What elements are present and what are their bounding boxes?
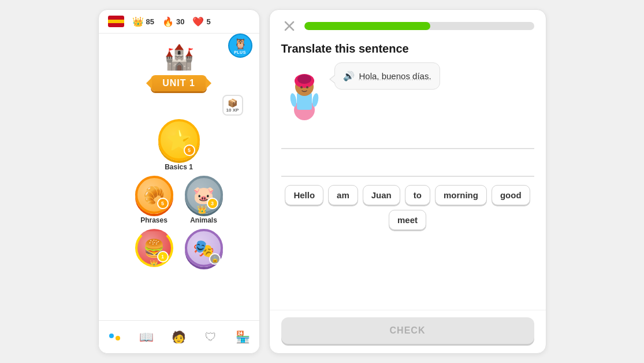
lesson-row-food-locked: 🍔 1 👑 🎭 🔒 (135, 229, 223, 267)
speech-text: Hola, buenos días. (359, 70, 431, 82)
character-svg (284, 62, 325, 120)
food-badge: 1 (157, 251, 169, 262)
left-panel: 👑 85 🔥 30 ❤️ 5 🦉 PLUS 🏰 UNIT 1 � (98, 9, 260, 354)
plus-badge[interactable]: 🦉 PLUS (228, 34, 252, 58)
nav-profile[interactable]: 🧑 (167, 327, 190, 347)
nav-shop[interactable]: 🏪 (232, 327, 255, 347)
x-icon (284, 21, 295, 31)
flag-stripe-top (108, 16, 124, 20)
word-chip-hello[interactable]: Hello (285, 185, 323, 205)
shield-icon: 🛡 (205, 331, 217, 344)
lesson-animals[interactable]: 🐷 3 👑 Animals (185, 176, 223, 224)
speech-bubble: 🔊 Hola, buenos días. (334, 62, 440, 90)
streak-stat: 🔥 30 (162, 16, 184, 27)
phrases-circle[interactable]: 🥐 5 (135, 176, 173, 214)
top-bar: 👑 85 🔥 30 ❤️ 5 (99, 10, 259, 34)
basics1-label: Basics 1 (165, 163, 193, 171)
home-dots-icon (109, 334, 120, 340)
unit-banner: UNIT 1 (151, 75, 207, 91)
lesson-food[interactable]: 🍔 1 👑 (135, 229, 173, 267)
heart-icon: ❤️ (192, 16, 204, 27)
flag-stripe-middle (108, 20, 124, 24)
animals-circle[interactable]: 🐷 3 👑 (185, 176, 223, 214)
character-figure (281, 62, 327, 120)
word-chip-morning[interactable]: morning (435, 185, 487, 205)
lesson-basics1[interactable]: ⭐ 5 Basics 1 (158, 119, 200, 171)
crown-stat: 👑 85 (132, 16, 154, 27)
svg-point-7 (300, 86, 303, 88)
close-button[interactable] (281, 18, 297, 34)
app-container: 👑 85 🔥 30 ❤️ 5 🦉 PLUS 🏰 UNIT 1 � (0, 0, 644, 363)
nav-lessons[interactable]: 📖 (135, 327, 158, 347)
crown-value: 85 (146, 17, 154, 26)
spanish-flag[interactable] (108, 16, 124, 27)
svg-point-8 (306, 86, 308, 88)
word-chip-good[interactable]: good (492, 185, 530, 205)
check-button[interactable]: CHECK (281, 317, 534, 344)
word-chip-am[interactable]: am (328, 185, 358, 205)
flag-stripe-bottom (108, 23, 124, 27)
animals-crown-icon: 👑 (197, 205, 210, 214)
crown-icon: 👑 (132, 16, 144, 27)
word-chip-meet[interactable]: meet (389, 210, 426, 230)
unit-label: UNIT 1 (162, 78, 195, 88)
locked-circle[interactable]: 🎭 🔒 (185, 229, 223, 267)
exercise-header (270, 10, 546, 40)
xp-label: 10 XP (226, 108, 239, 113)
plus-label: PLUS (234, 50, 246, 54)
basics1-circle[interactable]: ⭐ 5 (158, 119, 200, 161)
profile-icon: 🧑 (172, 330, 186, 344)
food-circle[interactable]: 🍔 1 👑 (135, 229, 173, 267)
food-crown-icon: 👑 (150, 259, 158, 267)
nav-shield[interactable]: 🛡 (199, 327, 222, 347)
speaker-icon[interactable]: 🔊 (343, 71, 355, 82)
speech-content: 🔊 Hola, buenos días. (343, 70, 431, 82)
animals-label: Animals (190, 216, 217, 224)
lesson-locked[interactable]: 🎭 🔒 (185, 229, 223, 267)
word-chip-juan[interactable]: Juan (363, 185, 400, 205)
word-bank: Hello am Juan to morning good meet (270, 185, 546, 230)
lesson-row-phrases-animals: 🥐 5 Phrases 🐷 3 👑 Animals (135, 176, 223, 224)
svg-point-6 (297, 75, 311, 84)
progress-bar-fill (304, 22, 431, 30)
dot-blue (109, 334, 114, 338)
streak-value: 30 (176, 17, 184, 26)
lessons-area: ⭐ 5 Basics 1 🥐 5 Phrases 🐷 3 (99, 116, 259, 320)
lock-badge: 🔒 (209, 253, 221, 265)
fire-icon: 🔥 (162, 16, 174, 27)
nav-home[interactable] (103, 327, 126, 347)
dot-yellow (116, 336, 120, 340)
word-chip-to[interactable]: to (405, 185, 430, 205)
answer-line-1[interactable] (281, 127, 534, 149)
hearts-value: 5 (206, 17, 210, 26)
basics1-badge: 5 (184, 145, 195, 156)
exercise-title: Translate this sentence (270, 40, 546, 62)
hearts-stat: ❤️ 5 (192, 16, 210, 27)
phrases-label: Phrases (140, 216, 167, 224)
bottom-nav: 📖 🧑 🛡 🏪 (99, 320, 259, 353)
scene-area: 🔊 Hola, buenos días. (270, 62, 546, 120)
answer-lines (270, 127, 546, 177)
castle-icon: 🏰 (162, 39, 196, 74)
check-area: CHECK (270, 310, 546, 353)
right-panel: Translate this sentence (269, 9, 546, 354)
xp-badge: 📦 10 XP (222, 95, 243, 116)
answer-line-2[interactable] (281, 155, 534, 177)
phrases-badge: 5 (157, 198, 169, 209)
shop-icon: 🏪 (236, 330, 250, 344)
chest-icon: 📦 (228, 98, 237, 108)
progress-bar (304, 22, 534, 30)
lesson-phrases[interactable]: 🥐 5 Phrases (135, 176, 173, 224)
book-icon: 📖 (139, 330, 154, 344)
unit-area: 🦉 PLUS 🏰 UNIT 1 📦 10 XP (99, 34, 259, 116)
owl-icon: 🦉 (234, 38, 247, 50)
